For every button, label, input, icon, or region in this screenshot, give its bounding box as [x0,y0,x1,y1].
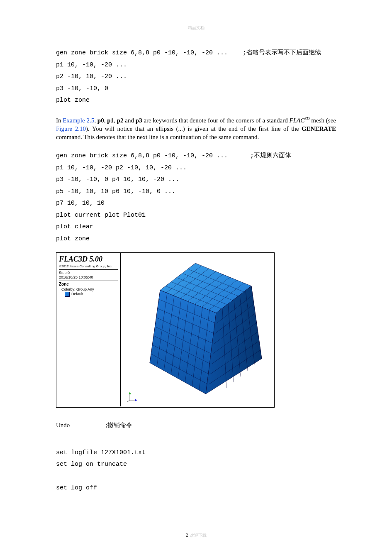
code-line [56,473,60,480]
code-line: set log off [56,484,97,491]
figure-link[interactable]: Figure 2.10 [56,125,86,132]
code-line: plot zone [56,97,90,104]
plot-title: FLAC3D 5.00 [59,254,118,264]
undo-cmd: Undo [56,422,70,428]
undo-comment: ;撤销命令 [105,422,132,428]
explanation-paragraph: In Example 2.5, p0, p1, p2 and p3 are ke… [56,116,336,142]
flac3d-plot: FLAC3D 5.00 ©2012 Itasca Consulting Grou… [56,252,275,408]
text: command. This denotes that the next line… [56,134,259,140]
keyword-p0: p0 [97,117,104,124]
generate-bold: GENERATE [302,125,336,132]
code-line: p7 10, 10, 10 [56,200,105,207]
text: , [114,117,117,124]
code-line: gen zone brick size 6,8,8 p0 -10, -10, -… [56,152,291,159]
text: mesh (see [310,117,336,124]
code-block-2: gen zone brick size 6,8,8 p0 -10, -10, -… [56,150,336,245]
svg-line-45 [127,400,130,402]
example-link[interactable]: Example 2.5 [63,117,94,124]
plot-step: Step 0 [59,271,118,275]
code-line: p1 10, -10, -20 ... [56,61,127,68]
text: , [94,117,97,124]
plot-legend: FLAC3D 5.00 ©2012 Itasca Consulting Grou… [56,253,121,406]
plot-copyright: ©2012 Itasca Consulting Group, Inc. [59,264,118,270]
code-line: set log on truncate [56,461,127,468]
plot-default-label: Default [71,292,83,296]
plot-date: 2016/10/25 10:05:40 [59,275,118,281]
page: 精品文档 gen zone brick size 6,8,8 p0 -10, -… [0,0,392,555]
text: are keywords that denote four of the cor… [142,117,290,124]
code-block-1: gen zone brick size 6,8,8 p0 -10, -10, -… [56,47,336,107]
code-block-3: set logfile 127X1001.txt set log on trun… [56,447,336,494]
page-number: 2 [186,532,188,538]
plot-zone-label: Zone [59,282,118,287]
keyword-p3: p3 [136,117,142,124]
footer-download-label: 欢迎下载 [190,533,207,538]
code-line: plot zone [56,235,90,242]
code-line: set logfile 127X1001.txt [56,449,146,456]
svg-marker-47 [135,399,137,401]
text: ). You will notice that an ellipsis (...… [86,125,302,132]
plot-viewport [121,253,274,407]
code-line: p3 -10, -10, 0 p4 10, 10, -20 ... [56,176,179,183]
undo-line: Undo;撤销命令 [56,419,336,431]
mesh-cube-icon [137,257,274,403]
keyword-p2: p2 [117,117,124,124]
page-footer: 2欢迎下载 [0,532,392,538]
plot-colorby: Colorby: Group Any [59,287,118,292]
code-line: p3 -10, -10, 0 [56,85,108,92]
plot-default-row: Default [59,292,118,297]
code-line: plot clear [56,223,93,230]
code-line: p2 -10, 10, -20 ... [56,73,127,80]
code-line: p5 -10, 10, 10 p6 10, -10, 0 ... [56,188,175,195]
text: and [123,117,135,124]
flac-label: FLAC [290,117,305,124]
flac-sup: 3D [304,116,309,121]
code-line: plot current plot Plot01 [56,212,146,219]
text: In [56,117,63,124]
color-swatch-icon [65,292,70,297]
code-line: p1 10, -10, -20 p2 -10, 10, -20 ... [56,164,187,171]
header-label: 精品文档 [56,25,336,31]
svg-marker-46 [129,392,131,394]
code-line: gen zone brick size 6,8,8 p0 -10, -10, -… [56,49,321,56]
axis-triad-icon [126,390,138,402]
keyword-p1: p1 [107,117,114,124]
